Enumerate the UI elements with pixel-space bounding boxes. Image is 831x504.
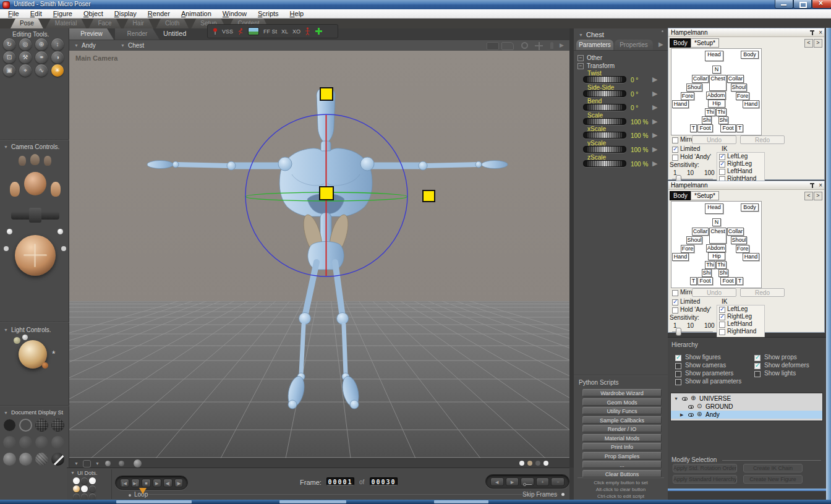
display-style-smooth-lined[interactable]: [19, 453, 32, 466]
visibility-eye-icon[interactable]: [688, 413, 694, 417]
minimize-button[interactable]: [775, 0, 793, 9]
display-style-smooth-shaded[interactable]: [3, 453, 16, 466]
hold-checkbox[interactable]: [672, 307, 678, 314]
bodypart-shi-17[interactable]: Shi: [718, 269, 728, 277]
bodypart-collar-3[interactable]: Collar: [692, 228, 709, 236]
hampelmann-titlebar[interactable]: Hampelmann: [668, 28, 824, 37]
tool-twist-icon[interactable]: ◎: [19, 38, 32, 51]
sun-icon[interactable]: *: [52, 349, 55, 359]
bodypart-shoul-7[interactable]: Shoul: [731, 83, 747, 92]
ik-checkbox-rightleg[interactable]: ✓: [719, 161, 725, 168]
python-button-render-io[interactable]: Render / IO: [582, 425, 662, 432]
display-style-cartoon[interactable]: [51, 436, 64, 449]
tool-taper-icon[interactable]: ⚒: [19, 51, 32, 64]
dial-scale[interactable]: [583, 118, 626, 125]
collapse-triangle-icon[interactable]: ▼: [4, 145, 8, 149]
step-forward-button[interactable]: |▶: [174, 479, 184, 487]
visibility-eye-icon[interactable]: [682, 397, 688, 401]
menu-animation[interactable]: Animation: [176, 9, 217, 18]
bodypart-shoul-6[interactable]: Shoul: [686, 83, 702, 92]
modify-button-create-new-figure[interactable]: Create New Figure: [743, 475, 803, 484]
tab-preview[interactable]: Preview: [69, 28, 114, 40]
camera-ball-left-icon[interactable]: [7, 229, 12, 234]
bodypart-body-1[interactable]: Body: [741, 51, 759, 59]
hierarchy-checkbox-show-figures[interactable]: ✓: [675, 355, 681, 361]
ui-dot-0-1[interactable]: [81, 477, 88, 484]
room-tab-pose[interactable]: Pose: [11, 19, 43, 28]
tool-chain-break-icon[interactable]: ⚭: [35, 51, 48, 64]
bodypart-abdom-9[interactable]: Abdom: [706, 92, 726, 100]
tab-body[interactable]: Body: [670, 38, 691, 48]
dial-value-bend[interactable]: 0 °: [631, 105, 638, 111]
taskbar-button[interactable]: [116, 500, 192, 503]
bodypart-shi-16[interactable]: Shi: [702, 116, 712, 124]
footer-sphere-1-icon[interactable]: [105, 461, 111, 466]
collapse-box-icon[interactable]: −: [577, 63, 584, 69]
skip-frames-label[interactable]: Skip Frames: [522, 491, 557, 498]
camera-ball-right-icon[interactable]: [58, 229, 63, 234]
bodypart-chest-4[interactable]: Chest: [709, 75, 727, 91]
tool-morphing-tool-icon[interactable]: ∿: [35, 64, 48, 77]
tab-parameters[interactable]: Parameters: [576, 40, 613, 50]
modify-button-apply-standard-hierarchy[interactable]: Apply Standard Hierarchy: [673, 475, 737, 484]
nav-next-button[interactable]: >: [814, 39, 822, 48]
modify-button-create-ik-chain[interactable]: Create IK Chain: [743, 464, 803, 472]
bodypart-thi-15[interactable]: Thi: [716, 108, 727, 116]
windows-taskbar[interactable]: [0, 500, 831, 504]
bodypart-head-0[interactable]: Head: [705, 203, 723, 214]
python-button-clear-buttons[interactable]: Clear Buttons: [582, 470, 662, 477]
camera-hand-left-icon[interactable]: [10, 182, 20, 197]
dial-value-scale[interactable]: 100 %: [631, 119, 648, 126]
camera-head-small-icon[interactable]: [30, 154, 40, 165]
python-button--[interactable]: ...: [582, 461, 662, 468]
redo-button[interactable]: Redo: [740, 135, 785, 144]
hierarchy-checkbox-show-all-parameters[interactable]: [675, 379, 681, 385]
tab-render[interactable]: Render: [115, 28, 160, 40]
ik-checkbox-rightleg[interactable]: ✓: [719, 314, 725, 320]
trackball-mini-icon[interactable]: [521, 42, 528, 49]
tree-row-universe[interactable]: ▼⊕UNIVERSE: [671, 395, 822, 403]
tree-expander-icon[interactable]: ▶: [680, 412, 683, 417]
room-tab-face[interactable]: Face: [88, 19, 121, 28]
dial-menu-arrow-icon[interactable]: ▶: [652, 75, 657, 83]
loop-indicator-icon[interactable]: [129, 494, 131, 497]
room-tab-hair[interactable]: Hair: [124, 19, 153, 28]
light-dot-3-icon[interactable]: [42, 362, 48, 369]
bodypart-t-21[interactable]: T: [736, 277, 743, 285]
group-transform[interactable]: − Transform: [577, 62, 615, 69]
mirror-checkbox[interactable]: [672, 137, 678, 143]
bodypart-hip-12[interactable]: Hip: [708, 252, 725, 260]
bodypart-shoul-6[interactable]: Shoul: [686, 236, 702, 244]
display-style-current-style[interactable]: [51, 453, 64, 466]
ik-checkbox-leftleg[interactable]: ✓: [719, 307, 725, 313]
python-button-wardrobe-wizard[interactable]: Wardrobe Wizard: [582, 389, 662, 396]
next-keyframe-button[interactable]: ▶: [506, 477, 519, 486]
dial-bend[interactable]: [583, 104, 626, 111]
ui-dot-0-0[interactable]: [73, 477, 80, 484]
camera-dot-2[interactable]: [527, 461, 532, 466]
close-icon[interactable]: ×: [819, 28, 822, 37]
python-button-geom-mods[interactable]: Geom Mods: [582, 398, 662, 406]
bodypart-foot-19[interactable]: Foot: [697, 277, 713, 285]
group-other[interactable]: − Other: [577, 54, 602, 61]
menu-help[interactable]: Help: [284, 9, 310, 18]
dial-menu-arrow-icon[interactable]: ▶: [652, 90, 657, 98]
pin-icon[interactable]: [810, 182, 814, 188]
redo-button[interactable]: Redo: [740, 288, 785, 297]
bodypart-thi-14[interactable]: Thi: [705, 108, 715, 116]
bodypart-fore-8[interactable]: Fore: [681, 245, 694, 253]
panel-expand-arrow-icon[interactable]: ▶: [560, 42, 564, 48]
menu-file[interactable]: File: [2, 9, 25, 18]
tab-properties[interactable]: Properties: [615, 40, 653, 50]
tab-setup[interactable]: *Setup*: [691, 38, 719, 48]
tab-setup[interactable]: *Setup*: [691, 191, 719, 200]
menu-window[interactable]: Window: [217, 9, 252, 18]
camera-ball-far-left-icon[interactable]: [4, 246, 9, 251]
footer-frame-icon[interactable]: [83, 460, 91, 468]
undo-button[interactable]: Undo: [692, 135, 736, 144]
menu-object[interactable]: Object: [78, 9, 109, 18]
light-dot-1-icon[interactable]: [14, 337, 20, 344]
timeline-marker[interactable]: [139, 488, 147, 494]
hierarchy-checkbox-show-parameters[interactable]: [675, 371, 681, 377]
sensitivity-slider-thumb[interactable]: [676, 328, 681, 336]
